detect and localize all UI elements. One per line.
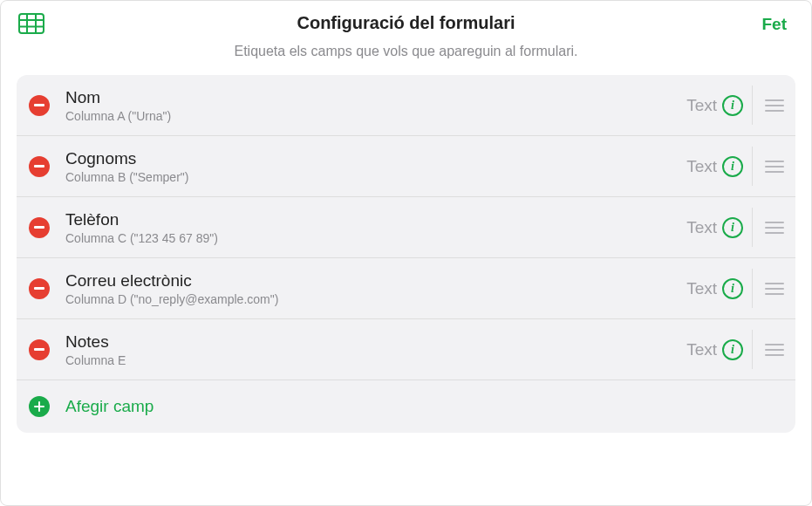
field-type-label: Text — [686, 218, 717, 237]
field-title: Correu electrònic — [65, 270, 686, 291]
field-type-group: Text i — [686, 217, 752, 238]
field-row: Nom Columna A ("Urna") Text i — [17, 75, 795, 136]
field-label-group[interactable]: Notes Columna E — [50, 332, 686, 367]
field-title: Cognoms — [65, 148, 686, 169]
drag-handle[interactable] — [752, 269, 795, 308]
field-title: Nom — [65, 87, 686, 108]
add-field-label[interactable]: Afegir camp — [50, 397, 154, 416]
reorder-icon — [765, 99, 784, 112]
page-subtitle: Etiqueta els camps que vols que aparegui… — [1, 38, 811, 75]
remove-field-button[interactable] — [29, 95, 50, 116]
field-subtitle: Columna A ("Urna") — [65, 109, 686, 123]
info-icon[interactable]: i — [722, 156, 743, 177]
drag-handle[interactable] — [752, 147, 795, 186]
remove-field-button[interactable] — [29, 217, 50, 238]
field-type-label: Text — [686, 340, 717, 359]
reorder-icon — [765, 283, 784, 295]
remove-field-button[interactable] — [29, 156, 50, 177]
spreadsheet-icon — [18, 13, 44, 34]
field-row: Cognoms Columna B ("Semper") Text i — [17, 136, 795, 197]
add-field-row[interactable]: Afegir camp — [17, 380, 795, 433]
field-subtitle: Columna D ("no_reply@example.com") — [65, 292, 686, 306]
header: Configuració del formulari Fet — [1, 1, 811, 38]
form-config-window: Configuració del formulari Fet Etiqueta … — [0, 0, 812, 506]
svg-rect-0 — [19, 14, 44, 33]
done-button[interactable]: Fet — [762, 15, 788, 34]
field-type-label: Text — [686, 279, 717, 298]
field-label-group[interactable]: Telèfon Columna C ("123 45 67 89") — [50, 209, 686, 245]
info-icon[interactable]: i — [722, 339, 743, 360]
info-icon[interactable]: i — [722, 95, 743, 116]
remove-field-button[interactable] — [29, 278, 50, 299]
field-type-label: Text — [686, 96, 717, 115]
drag-handle[interactable] — [752, 85, 795, 125]
field-type-group: Text i — [686, 156, 752, 177]
field-label-group[interactable]: Correu electrònic Columna D ("no_reply@e… — [50, 270, 686, 306]
field-row: Telèfon Columna C ("123 45 67 89") Text … — [17, 197, 795, 258]
remove-field-button[interactable] — [29, 339, 50, 360]
drag-handle[interactable] — [752, 208, 795, 247]
field-title: Notes — [65, 332, 686, 352]
field-type-label: Text — [686, 157, 717, 176]
reorder-icon — [765, 161, 784, 173]
field-subtitle: Columna B ("Semper") — [65, 170, 686, 184]
page-title: Configuració del formulari — [22, 13, 790, 33]
field-row: Correu electrònic Columna D ("no_reply@e… — [17, 258, 795, 319]
field-type-group: Text i — [686, 95, 752, 116]
field-row: Notes Columna E Text i — [17, 319, 795, 380]
field-label-group[interactable]: Nom Columna A ("Urna") — [50, 87, 686, 123]
field-type-group: Text i — [686, 278, 752, 299]
reorder-icon — [765, 344, 784, 356]
info-icon[interactable]: i — [722, 217, 743, 238]
field-list: Nom Columna A ("Urna") Text i Cognoms Co… — [17, 75, 795, 433]
reorder-icon — [765, 222, 784, 234]
drag-handle[interactable] — [752, 330, 795, 369]
field-label-group[interactable]: Cognoms Columna B ("Semper") — [50, 148, 686, 184]
info-icon[interactable]: i — [722, 278, 743, 299]
add-field-button[interactable] — [29, 396, 50, 417]
field-title: Telèfon — [65, 209, 686, 230]
field-subtitle: Columna C ("123 45 67 89") — [65, 231, 686, 245]
field-type-group: Text i — [686, 339, 752, 360]
field-subtitle: Columna E — [65, 353, 686, 367]
